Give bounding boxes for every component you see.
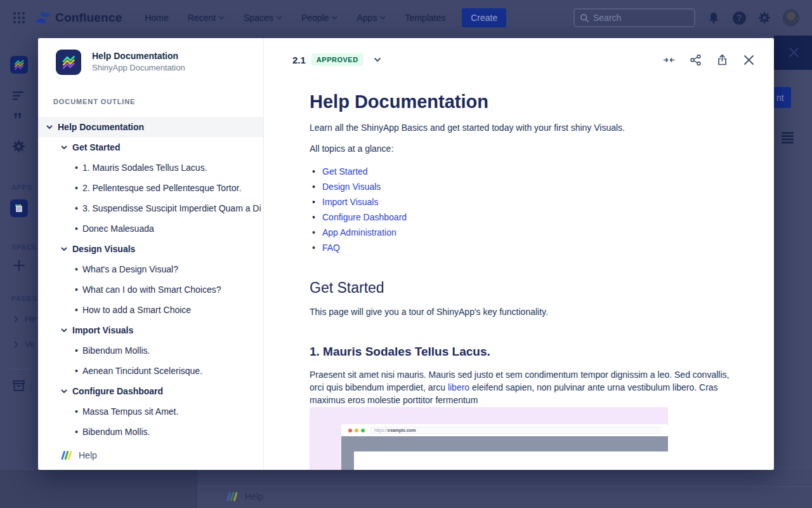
notifications-icon[interactable] [707, 11, 721, 25]
outline-item[interactable]: •Bibendum Mollis. [38, 340, 263, 361]
share-icon[interactable] [690, 54, 702, 66]
quote-icon[interactable]: ” [0, 113, 38, 126]
nav-spaces[interactable]: Spaces [244, 13, 282, 23]
rail-section-apps: APPS [11, 184, 32, 191]
outline-item[interactable]: •1. Mauris Sodales Tellus Lacus. [38, 157, 263, 178]
bullet-icon: • [75, 406, 78, 417]
help-documentation-dialog: Help Documentation ShinyApp Documentatio… [38, 38, 774, 470]
outline-item-get-started[interactable]: Get Started [38, 137, 263, 157]
version-number: 2.1 [292, 55, 306, 65]
space-settings-gear-icon[interactable] [0, 140, 38, 153]
topics-list: Get Started Design Visuals Import Visual… [310, 164, 743, 255]
archive-icon[interactable] [0, 380, 38, 392]
list-item: FAQ [310, 240, 743, 255]
outline-item[interactable]: •3. Suspendisse Suscipit Imperdiet Quam … [38, 198, 263, 218]
bullet-icon: • [75, 284, 78, 295]
topic-link-import-visuals[interactable]: Import Visuals [322, 197, 378, 207]
outline-item[interactable]: •Aenean Tincidunt Scelerisque. [38, 361, 263, 381]
topbar-right: ? [573, 8, 799, 27]
topic-link-get-started[interactable]: Get Started [322, 166, 368, 177]
chevron-down-icon [61, 328, 67, 333]
outline-item-help-documentation[interactable]: Help Documentation [38, 117, 263, 137]
topics-label: All topics at a glance: [310, 142, 743, 155]
status-badge: APPROVED [311, 53, 363, 66]
chevron-down-icon [61, 145, 67, 150]
search-icon [580, 13, 589, 23]
outline-item[interactable]: •How to add a Smart Choice [38, 300, 263, 320]
nav-templates[interactable]: Templates [405, 13, 445, 23]
list-item: Import Visuals [310, 194, 743, 210]
close-icon[interactable] [743, 54, 755, 66]
product-name: Confluence [55, 11, 122, 25]
page-right-edge: nt [774, 36, 812, 470]
align-lines-icon[interactable] [0, 91, 38, 100]
banner-strip [774, 36, 812, 70]
sidebar-bottom [0, 470, 197, 508]
section-paragraph: This page will give you a tour of ShinyA… [310, 305, 743, 318]
documentation-app-icon[interactable] [10, 199, 28, 217]
confluence-logo[interactable]: Confluence [35, 10, 122, 25]
bullet-icon: • [75, 345, 78, 356]
page-help-link[interactable]: Help [226, 491, 263, 502]
bullet-icon: • [75, 366, 78, 376]
browser-titlebar: https://example.com [341, 424, 668, 436]
outline-item-configure-dashboard[interactable]: Configure Dashboard [38, 381, 263, 401]
browser-body [341, 436, 668, 470]
rail-page-item[interactable]: He [14, 314, 36, 324]
nav-home[interactable]: Home [145, 13, 168, 23]
document-outline-panel: Help Documentation ShinyApp Documentatio… [38, 38, 264, 470]
topic-link-faq[interactable]: FAQ [322, 243, 340, 253]
nav-apps[interactable]: Apps [357, 13, 386, 23]
confluence-logo-icon [35, 10, 51, 25]
user-avatar[interactable] [783, 10, 799, 26]
search-input[interactable] [593, 13, 682, 23]
app-switcher-icon[interactable] [12, 11, 26, 25]
outline-item[interactable]: •Donec Malesuada [38, 218, 263, 239]
collapse-icon[interactable] [663, 54, 675, 66]
banner-close-icon[interactable] [788, 46, 800, 58]
outline-item-design-visuals[interactable]: Design Visuals [38, 239, 263, 259]
nav-recent[interactable]: Recent [188, 13, 225, 23]
chevron-right-icon [14, 341, 18, 348]
page-title: Help Documentation [310, 90, 743, 113]
inline-link-libero[interactable]: libero [448, 382, 469, 392]
nav-people[interactable]: People [301, 13, 338, 23]
topic-link-app-administration[interactable]: App Administration [322, 227, 396, 237]
outline-item[interactable]: •What can I do with Smart Choices? [38, 279, 263, 300]
version-dropdown-chevron-icon[interactable] [374, 57, 381, 62]
bullet-icon: • [75, 427, 78, 437]
shinyapp-icon[interactable] [10, 56, 28, 74]
outline-item[interactable]: •Bibendum Mollis. [38, 422, 263, 442]
create-button[interactable]: Create [462, 8, 506, 27]
add-icon[interactable] [0, 259, 38, 272]
search-box[interactable] [573, 8, 695, 27]
rail-section-pages: PAGES [11, 295, 37, 302]
help-slashes-icon [60, 450, 72, 461]
export-icon[interactable] [716, 54, 728, 66]
rail-page-item[interactable]: Ve [14, 339, 35, 349]
panel-help-link[interactable]: Help [60, 450, 97, 461]
topic-link-design-visuals[interactable]: Design Visuals [322, 182, 381, 192]
settings-gear-icon[interactable] [757, 11, 771, 25]
bullet-icon: • [75, 183, 78, 193]
outline-item[interactable]: •2. Pellentesque sed Pellentesque Tortor… [38, 178, 263, 198]
list-view-icon[interactable] [782, 132, 794, 145]
outline-item-import-visuals[interactable]: Import Visuals [38, 320, 263, 340]
outline-item[interactable]: •Massa Tempus sit Amet. [38, 401, 263, 422]
help-icon[interactable]: ? [732, 11, 746, 25]
outline-heading: DOCUMENT OUTLINE [53, 98, 135, 105]
divider [197, 486, 812, 487]
traffic-light-yellow-icon [355, 429, 358, 432]
bullet-icon: • [75, 203, 78, 213]
list-item: Configure Dashboard [310, 210, 743, 225]
chevron-down-icon [61, 389, 67, 394]
browser-url: https://example.com [370, 427, 660, 434]
topic-link-configure-dashboard[interactable]: Configure Dashboard [322, 212, 407, 222]
primary-nav: Home Recent Spaces People Apps Templates [145, 13, 445, 23]
outline-item[interactable]: •What's a Design Visual? [38, 259, 263, 279]
list-item: App Administration [310, 225, 743, 240]
shinyapp-icon [56, 50, 81, 75]
bullet-icon: • [75, 264, 78, 274]
create-document-button-fragment[interactable]: nt [774, 87, 791, 108]
section-heading-mauris: 1. Mauris Sodales Tellus Lacus. [310, 344, 743, 360]
